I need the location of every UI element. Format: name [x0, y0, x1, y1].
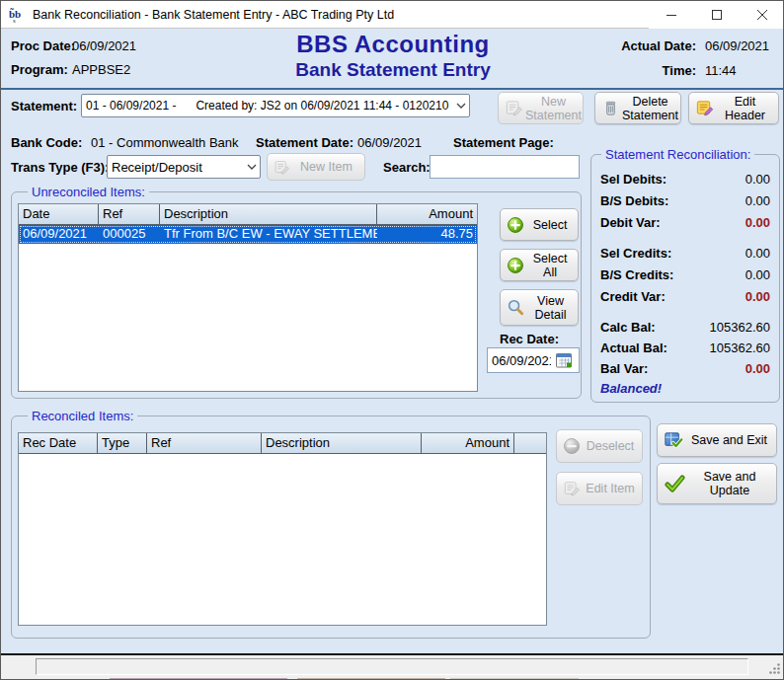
column-header-date[interactable]: Date: [19, 204, 99, 225]
calendar-icon: [555, 351, 573, 369]
trans-type-select[interactable]: Receipt/Deposit: [107, 155, 261, 179]
unreconciled-table-header: Date Ref Description Amount: [19, 204, 477, 225]
view-detail-label: View Detail: [527, 294, 574, 322]
actual-date-label: Actual Date:: [554, 38, 696, 53]
application-window: b̃bs Bank Reconciliation - Bank Statemen…: [0, 0, 784, 680]
trans-type-label: Trans Type (F3):: [11, 160, 109, 175]
column-header-amount[interactable]: Amount: [422, 433, 514, 454]
balanced-status: Balanced!: [600, 381, 662, 396]
maximize-icon: [712, 10, 722, 20]
plus-circle-icon: [507, 257, 524, 274]
table-cell: Tfr From B/C EW - EWAY SETTLEME...: [160, 225, 377, 244]
close-icon: [757, 10, 767, 20]
status-panel: [36, 658, 748, 675]
proc-date-value: 06/09/2021: [72, 38, 136, 53]
search-input[interactable]: [430, 155, 580, 179]
delete-statement-button[interactable]: Delete Statement: [594, 92, 681, 124]
new-form-icon: [274, 159, 290, 176]
deselect-button[interactable]: Deselect: [556, 429, 643, 463]
calendar-button[interactable]: [555, 351, 573, 369]
delete-statement-label: Delete Statement: [622, 95, 678, 122]
new-item-button[interactable]: New Item: [267, 153, 365, 181]
reconciled-table-header: Rec Date Type Ref Description Amount: [19, 433, 546, 454]
bank-code-value: 01 - Commonwealth Bank: [91, 135, 239, 150]
save-and-update-button[interactable]: Save and Update: [657, 463, 777, 504]
save-exit-icon: [664, 430, 684, 451]
column-header-description[interactable]: Description: [262, 433, 422, 454]
table-row[interactable]: 06/09/2021000025Tfr From B/C EW - EWAY S…: [19, 225, 477, 244]
recon-row: Sel Credits:0.00: [600, 246, 770, 264]
plus-circle-icon: [507, 216, 524, 234]
statement-date-label: Statement Date:: [256, 135, 353, 150]
recon-row: B/S Debits:0.00: [600, 193, 770, 211]
edit-header-label: Edit Header: [716, 95, 774, 122]
statement-page-label: Statement Page:: [453, 135, 554, 150]
table-cell: 000025: [99, 225, 160, 244]
rec-date-field: [487, 347, 580, 373]
status-bar: [1, 655, 784, 680]
statement-select-value: 01 - 06/09/2021 - Created by: JS2 on 06/…: [82, 99, 453, 113]
edit-item-label: Edit Item: [583, 482, 638, 495]
reconciled-group-title: Reconciled Items:: [28, 409, 137, 423]
recon-row: Credit Var:0.00: [600, 289, 770, 307]
deselect-label: Deselect: [583, 439, 638, 453]
column-header-rec-date[interactable]: Rec Date: [19, 433, 98, 454]
app-title: BBS Accounting: [196, 31, 590, 58]
chevron-down-icon: [453, 103, 469, 110]
maximize-button[interactable]: [694, 1, 740, 29]
new-item-label: New Item: [292, 160, 360, 174]
reconciled-table: Rec Date Type Ref Description Amount: [18, 432, 547, 626]
rec-date-input[interactable]: [488, 349, 555, 371]
search-label: Search:: [383, 160, 431, 175]
reconciliation-group-title: Statement Reconciliation:: [601, 147, 754, 162]
trans-type-value: Receipt/Deposit: [108, 160, 244, 175]
unreconciled-table: Date Ref Description Amount 06/09/202100…: [18, 203, 478, 392]
select-button[interactable]: Select: [500, 208, 579, 241]
select-all-button[interactable]: Select All: [500, 249, 579, 281]
minus-circle-icon: [563, 437, 581, 455]
green-check-icon: [664, 473, 685, 494]
column-header-ref[interactable]: Ref: [99, 204, 160, 225]
rec-date-label: Rec Date:: [500, 332, 559, 346]
statement-label: Statement:: [11, 99, 77, 113]
minimize-button[interactable]: [649, 1, 694, 29]
time-label: Time:: [554, 63, 696, 78]
column-header-type[interactable]: Type: [98, 433, 147, 454]
statement-date-value: 06/09/2021: [357, 135, 422, 150]
bank-code-label: Bank Code:: [11, 135, 82, 150]
title-bar: b̃bs Bank Reconciliation - Bank Statemen…: [1, 1, 783, 29]
trash-icon: [601, 99, 620, 117]
unreconciled-table-body: 06/09/2021000025Tfr From B/C EW - EWAY S…: [19, 225, 477, 244]
program-label: Program:: [11, 62, 68, 77]
recon-row: Actual Bal:105362.60: [600, 340, 770, 358]
new-statement-button[interactable]: New Statement: [498, 92, 584, 124]
new-form-icon: [505, 99, 523, 117]
edit-pencil-icon: [695, 99, 714, 117]
save-and-update-label: Save and Update: [687, 470, 772, 497]
new-statement-label: New Statement: [525, 95, 582, 122]
resize-grip-icon[interactable]: [766, 660, 782, 676]
recon-row: Sel Debits:0.00: [600, 172, 770, 189]
recon-row: B/S Credits:0.00: [600, 267, 770, 285]
edit-header-button[interactable]: Edit Header: [688, 92, 779, 124]
app-icon: b̃bs: [9, 7, 25, 23]
minimize-icon: [666, 10, 676, 20]
close-button[interactable]: [740, 1, 784, 29]
save-and-exit-button[interactable]: Save and Exit: [657, 423, 777, 457]
select-all-label: Select All: [526, 252, 574, 279]
column-header-ref[interactable]: Ref: [147, 433, 262, 454]
recon-row: Bal Var:0.00: [600, 361, 770, 379]
column-header-description[interactable]: Description: [160, 204, 377, 225]
statement-select[interactable]: 01 - 06/09/2021 - Created by: JS2 on 06/…: [81, 94, 470, 117]
save-and-exit-label: Save and Exit: [686, 433, 772, 447]
unreconciled-group-title: Unreconciled Items:: [28, 185, 149, 199]
edit-item-button[interactable]: Edit Item: [556, 472, 643, 505]
program-value: APPBSE2: [72, 62, 130, 77]
recon-row: Debit Var:0.00: [600, 215, 770, 233]
column-header-amount[interactable]: Amount: [377, 204, 477, 225]
table-cell: 06/09/2021: [19, 225, 99, 244]
window-title: Bank Reconciliation - Bank Statement Ent…: [33, 8, 394, 22]
table-cell: 48.75: [377, 225, 477, 244]
edit-form-icon: [563, 480, 581, 497]
view-detail-button[interactable]: View Detail: [500, 289, 579, 326]
